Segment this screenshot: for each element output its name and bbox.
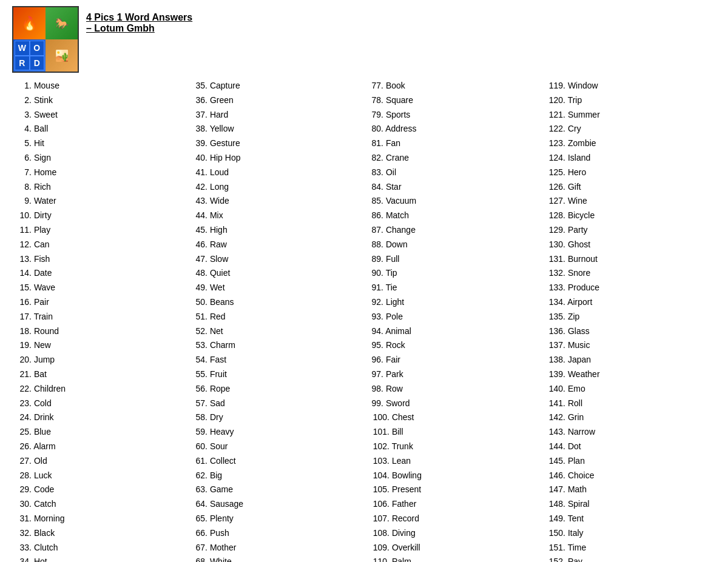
item-word: Music	[568, 340, 590, 350]
item-word: Luck	[34, 470, 52, 480]
list-item: 28. Luck	[12, 469, 182, 483]
item-word: Burnout	[568, 254, 598, 264]
item-number: 50.	[188, 295, 207, 310]
list-item: 102. Trunk	[364, 440, 534, 454]
item-word: Plan	[568, 456, 585, 466]
item-number: 110.	[364, 555, 389, 562]
item-number: 152.	[540, 555, 565, 562]
item-number: 151.	[540, 541, 565, 555]
item-number: 129.	[540, 223, 565, 238]
list-item: 11. Play	[12, 223, 182, 238]
logo-letter-w: W	[15, 41, 30, 56]
item-word: Sausage	[210, 499, 243, 509]
list-item: 41. Loud	[188, 166, 358, 180]
list-item: 79. Sports	[364, 108, 534, 122]
item-word: Overkill	[392, 543, 420, 552]
item-number: 94.	[364, 324, 383, 339]
item-word: Wave	[34, 283, 55, 292]
list-item: 103. Lean	[364, 454, 534, 469]
item-word: High	[210, 225, 228, 235]
item-number: 66.	[188, 526, 207, 541]
item-word: Address	[385, 124, 416, 133]
list-item: 146. Choice	[540, 469, 710, 483]
item-word: Green	[210, 95, 234, 105]
item-number: 79.	[364, 108, 383, 122]
logo-animal-cell: 🐎	[46, 7, 78, 39]
item-number: 121.	[540, 108, 565, 122]
item-word: Chest	[392, 412, 414, 422]
item-word: Tip	[386, 268, 397, 278]
item-word: Crane	[386, 153, 409, 162]
item-word: Emo	[568, 384, 585, 393]
item-number: 38.	[188, 122, 207, 136]
item-number: 35.	[188, 79, 207, 93]
item-number: 6.	[12, 151, 32, 166]
item-word: Plenty	[210, 513, 234, 523]
list-col-3: 77. Book78. Square79. Sports80. Address8…	[364, 79, 534, 562]
logo-word-cell: W O R D	[13, 39, 46, 72]
item-word: Dot	[568, 441, 581, 451]
list-col-1: 1. Mouse2. Stink3. Sweet4. Ball5. Hit6. …	[12, 79, 182, 562]
list-item: 140. Emo	[540, 382, 710, 396]
item-word: Oil	[386, 167, 396, 177]
item-number: 17.	[12, 310, 32, 324]
list-item: 131. Burnout	[540, 252, 710, 267]
item-word: Black	[34, 528, 55, 538]
item-number: 54.	[188, 353, 207, 367]
item-number: 28.	[12, 469, 32, 483]
item-word: Fan	[386, 138, 400, 148]
list-item: 91. Tie	[364, 281, 534, 295]
item-word: Drink	[34, 412, 54, 422]
item-word: Airport	[567, 297, 592, 307]
logo-fire-cell: 🔥	[13, 7, 46, 39]
list-item: 62. Big	[188, 469, 358, 483]
item-word: Clutch	[34, 543, 58, 552]
item-number: 15.	[12, 281, 32, 295]
list-item: 9. Water	[12, 194, 182, 209]
item-number: 96.	[364, 353, 383, 367]
item-word: Sword	[386, 398, 410, 408]
list-item: 152. Pay	[540, 555, 710, 562]
item-number: 83.	[364, 166, 383, 180]
list-item: 8. Rich	[12, 180, 182, 195]
title-link[interactable]: 4 Pics 1 Word Answers – Lotum Gmbh	[86, 12, 192, 33]
logo-letter-o: O	[30, 41, 45, 56]
list-item: 89. Full	[364, 252, 534, 267]
item-word: Zombie	[568, 138, 596, 148]
item-number: 31.	[12, 512, 32, 526]
item-word: White	[210, 557, 232, 562]
item-number: 3.	[12, 108, 32, 122]
list-item: 27. Old	[12, 454, 182, 469]
item-word: Weather	[568, 369, 600, 379]
item-number: 149.	[540, 512, 565, 526]
list-item: 4. Ball	[12, 122, 182, 136]
item-number: 37.	[188, 108, 207, 122]
logo-letter-r: R	[15, 56, 30, 71]
list-item: 126. Gift	[540, 180, 710, 195]
item-number: 134.	[540, 295, 565, 310]
title-text-line1: 4 Pics 1 Word Answers	[86, 12, 192, 22]
item-number: 104.	[364, 469, 389, 483]
item-number: 40.	[188, 151, 207, 166]
item-number: 10.	[12, 209, 32, 223]
item-number: 105.	[364, 483, 389, 497]
item-number: 62.	[188, 469, 207, 483]
item-word: Hip Hop	[210, 153, 241, 162]
item-word: Father	[392, 499, 416, 509]
item-number: 142.	[540, 410, 565, 425]
item-number: 68.	[188, 555, 207, 562]
item-number: 44.	[188, 209, 207, 223]
item-number: 21.	[12, 367, 32, 382]
item-number: 49.	[188, 281, 207, 295]
list-item: 32. Black	[12, 526, 182, 541]
item-number: 130.	[540, 238, 565, 252]
item-number: 107.	[364, 512, 389, 526]
item-word: Star	[386, 182, 402, 192]
item-word: Gift	[568, 182, 581, 192]
item-number: 55.	[188, 367, 207, 382]
item-number: 45.	[188, 223, 207, 238]
item-number: 56.	[188, 382, 207, 396]
list-item: 81. Fan	[364, 136, 534, 151]
item-word: Sports	[386, 110, 410, 119]
list-item: 64. Sausage	[188, 497, 358, 512]
